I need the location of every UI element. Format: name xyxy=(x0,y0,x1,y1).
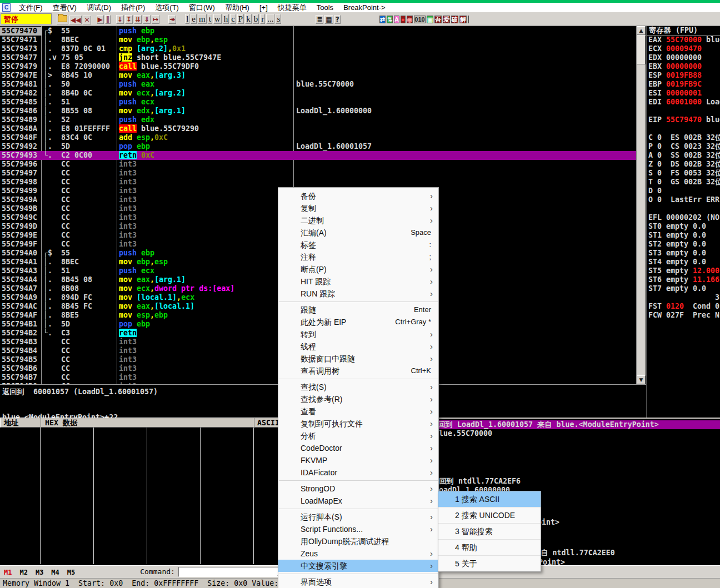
disasm-row[interactable]: 55C79493└. C2 0C00retn 0xC xyxy=(0,151,636,160)
menu-bar-item[interactable]: 文件(F) xyxy=(14,3,48,12)
menu-bar-item[interactable]: 帮助(H) xyxy=(220,3,254,12)
context-menu-item[interactable]: Zeus› xyxy=(278,547,438,560)
register-row[interactable]: EFL 00000202 (NO xyxy=(648,213,719,222)
register-row[interactable]: P 0 CS 0023 32位 xyxy=(648,142,720,151)
animate-over-button[interactable]: ⇓ xyxy=(143,15,151,24)
command-input[interactable]: ▼ xyxy=(178,567,287,577)
step-into-button[interactable]: ↓ xyxy=(116,15,124,24)
register-row[interactable]: ST4 empty 0.0 xyxy=(648,258,706,267)
letter-button-s[interactable]: s xyxy=(276,14,281,24)
register-row[interactable]: ST6 empty 11.166 xyxy=(648,275,719,284)
disasm-row[interactable]: 55C79473│. 837D 0C 01cmp [arg.2],0x1 xyxy=(0,44,636,53)
context-menu-item[interactable]: 用OllyDump脱壳调试进程 xyxy=(278,535,438,547)
screen-button[interactable]: ▣ xyxy=(427,16,433,23)
close-button[interactable]: ✕ xyxy=(83,16,91,24)
letter-button-w[interactable]: w xyxy=(213,14,222,24)
register-row[interactable]: T 0 GS 002B 32位 xyxy=(648,178,720,187)
context-menu-item[interactable]: 中文搜索引擎› xyxy=(278,560,438,572)
register-row[interactable]: 3 xyxy=(648,293,719,302)
disasm-row[interactable]: 55C7948A│. E8 01FEFFFFcall blue.55C79290 xyxy=(0,124,636,133)
letter-button-t[interactable]: t xyxy=(208,14,212,24)
register-row[interactable]: ESP 0019FB88 xyxy=(648,71,702,80)
menu-bar-item[interactable]: 快捷菜单 xyxy=(273,3,312,12)
stack-row[interactable]: 返回到 LoadDl_1.60001057 来自 blue.<ModuleEnt… xyxy=(437,420,720,429)
context-menu-item[interactable]: 转到› xyxy=(278,328,438,340)
context-menu-item[interactable]: 界面选项› xyxy=(278,576,438,588)
context-menu-item[interactable]: 查找参考(R)› xyxy=(278,393,438,405)
context-menu-item[interactable]: 复制到可执行文件› xyxy=(278,418,438,430)
menu-bar-item[interactable]: 查看(V) xyxy=(48,3,82,12)
disasm-row[interactable]: 55C7948F│. 83C4 0Cadd esp,0xC xyxy=(0,133,636,142)
context-menu-item[interactable]: 查看› xyxy=(278,405,438,418)
updown-button[interactable]: ⇅ xyxy=(387,16,393,23)
context-menu-item[interactable]: CodeDoctor› xyxy=(278,442,438,454)
swap-button[interactable]: ⇄ xyxy=(379,16,386,23)
run-button[interactable]: ▶ xyxy=(97,15,104,24)
memory-tab-M2[interactable]: M2 xyxy=(19,569,27,576)
context-menu-item[interactable]: 汇编(A)Space xyxy=(278,227,438,239)
context-menu-item[interactable]: 二进制› xyxy=(278,214,438,227)
black-box[interactable] xyxy=(468,16,469,23)
letter-button-k[interactable]: k xyxy=(245,14,252,24)
context-menu-item[interactable]: RUN 跟踪› xyxy=(278,288,438,300)
pause-button[interactable]: ‖ xyxy=(105,15,111,24)
po-button[interactable]: 破 xyxy=(451,16,458,23)
disasm-row[interactable]: 55C79470┌$ 55push ebp xyxy=(0,27,636,36)
stack-row[interactable]: 返回到 ntdll.77CA2EF6 xyxy=(437,477,720,486)
disasm-row[interactable]: 55C79498 CCint3 xyxy=(0,178,636,187)
letter-button-dotdotdot[interactable]: ... xyxy=(266,14,274,24)
jie-button[interactable]: 解 xyxy=(459,16,467,23)
register-row[interactable]: ECX 00009470 xyxy=(648,44,702,53)
letter-button-P[interactable]: P xyxy=(237,14,244,24)
context-menu-item[interactable]: 断点(P)› xyxy=(278,263,438,275)
scroll-up-icon[interactable]: ▲ xyxy=(637,26,646,35)
letter-button-c[interactable]: c xyxy=(230,14,236,24)
register-row[interactable]: EBX 00000000 xyxy=(648,62,702,71)
context-menu-item[interactable]: 运行脚本(S)› xyxy=(278,511,438,523)
help-button[interactable]: ? xyxy=(334,15,341,24)
register-row[interactable]: EIP 55C79470 blue xyxy=(648,115,720,124)
disasm-row[interactable]: 55C79479│. E8 72090000call blue.55C79DF0 xyxy=(0,62,636,71)
memory-tab-M4[interactable]: M4 xyxy=(51,569,59,576)
disasm-row[interactable]: 55C79482│. 8B4D 0Cmov ecx,[arg.2] xyxy=(0,89,636,98)
register-row[interactable]: EDI 60001000 Load xyxy=(648,98,720,107)
open-file-button[interactable] xyxy=(57,16,68,24)
disasm-row[interactable]: 55C79492│. 5Dpop ebpLoadDl_1.60001057 xyxy=(0,142,636,151)
register-row[interactable]: EAX 55C70000 blue xyxy=(648,36,720,44)
binary-button[interactable]: 010 xyxy=(414,16,425,23)
memory-tab-M1[interactable]: M1 xyxy=(4,569,12,576)
submenu-item[interactable]: 3 智能搜索 xyxy=(438,523,541,539)
menu-bar-item[interactable]: 插件(P) xyxy=(116,3,150,12)
submenu-item[interactable]: 5 关于 xyxy=(438,555,541,571)
submenu-item[interactable]: 4 帮助 xyxy=(438,539,541,555)
register-row[interactable]: ST7 empty 0.0 xyxy=(648,284,706,293)
memory-tab-M5[interactable]: M5 xyxy=(67,569,75,576)
stack-row[interactable]: blue.55C70000 xyxy=(437,429,720,438)
context-menu-item[interactable]: IDAFicator› xyxy=(278,466,438,479)
ai-button[interactable]: 爱 xyxy=(443,16,450,23)
context-menu-item[interactable]: 复制› xyxy=(278,202,438,214)
context-menu-item[interactable]: 跟随Enter xyxy=(278,304,438,316)
menu-bar-item[interactable]: 调试(D) xyxy=(82,3,116,12)
disasm-row[interactable]: 55C79486│. 8B55 08mov edx,[arg.1]LoadDl_… xyxy=(0,107,636,115)
wu-button[interactable]: 吾 xyxy=(434,16,442,23)
register-row[interactable]: Z 0 DS 002B 32位 xyxy=(648,160,720,169)
breakpoint-dot-button[interactable]: ● xyxy=(401,16,406,23)
letter-button-b[interactable]: b xyxy=(253,14,259,24)
context-menu-item[interactable]: Script Functions...› xyxy=(278,523,438,535)
context-menu-item[interactable]: 数据窗口中跟随› xyxy=(278,353,438,365)
disasm-row[interactable]: 55C79496 CCint3 xyxy=(0,160,636,169)
disasm-row[interactable]: 55C7947E│> 8B45 10mov eax,[arg.3] xyxy=(0,71,636,80)
letter-button-m[interactable]: m xyxy=(198,14,207,24)
menu-bar-item[interactable]: [+] xyxy=(254,3,273,12)
disasm-row[interactable]: 55C79481│. 50push eaxblue.55C70000 xyxy=(0,80,636,89)
animate-into-button[interactable]: ⇊ xyxy=(134,15,142,24)
context-menu-item[interactable]: 注释; xyxy=(278,251,438,263)
disassembly-scrollbar[interactable]: ▲ ▼ xyxy=(636,26,646,384)
context-menu-item[interactable]: 查找(S)› xyxy=(278,381,438,393)
register-row[interactable]: C 0 ES 002B 32位 xyxy=(648,133,720,142)
context-menu-item[interactable]: StrongOD› xyxy=(278,483,438,495)
context-menu-item[interactable]: 线程› xyxy=(278,340,438,353)
register-row[interactable]: FCW 027F Prec N xyxy=(648,311,719,320)
disasm-row[interactable]: 55C79477│.v 75 05jnz short blue.55C7947E xyxy=(0,53,636,62)
